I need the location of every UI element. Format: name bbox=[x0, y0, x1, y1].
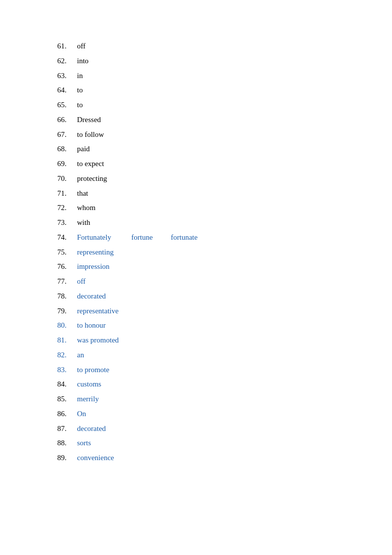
list-item: 75.representing bbox=[57, 246, 392, 259]
list-item: 84.customs bbox=[57, 378, 392, 391]
item-content: sorts bbox=[77, 436, 91, 450]
list-item: 81.was promoted bbox=[57, 334, 392, 347]
item-number: 64. bbox=[57, 84, 77, 97]
item-content: On bbox=[77, 407, 86, 421]
list-item: 78.decorated bbox=[57, 290, 392, 303]
list-item: 73.with bbox=[57, 216, 392, 230]
item-content: decorated bbox=[77, 422, 106, 436]
list-item: 74.Fortunatelyfortunefortunate bbox=[57, 231, 392, 245]
item-number: 68. bbox=[57, 142, 77, 156]
item-number: 81. bbox=[57, 334, 77, 347]
item-number: 62. bbox=[57, 54, 77, 68]
list-item: 62.into bbox=[57, 54, 392, 68]
list-item: 70.protecting bbox=[57, 172, 392, 186]
answer-list: 61.off62.into63.in64.to65.to66.Dressed67… bbox=[57, 40, 392, 465]
list-item: 64.to bbox=[57, 84, 392, 97]
item-content: protecting bbox=[77, 172, 107, 186]
list-item: 87.decorated bbox=[57, 422, 392, 436]
list-item: 77.off bbox=[57, 275, 392, 289]
item-content: representative bbox=[77, 304, 118, 318]
item-content: off bbox=[77, 275, 85, 289]
item-number: 79. bbox=[57, 304, 77, 318]
item-content: to follow bbox=[77, 128, 104, 142]
item-number: 85. bbox=[57, 392, 77, 406]
item-content: an bbox=[77, 348, 84, 362]
item-number: 84. bbox=[57, 378, 77, 391]
item-content: with bbox=[77, 216, 90, 230]
item-content: was promoted bbox=[77, 334, 119, 347]
item-content: to expect bbox=[77, 157, 104, 171]
list-item: 80.to honour bbox=[57, 319, 392, 333]
list-item: 66.Dressed bbox=[57, 113, 392, 127]
item-content: decorated bbox=[77, 290, 106, 303]
item-number: 65. bbox=[57, 98, 77, 112]
item-content: representing bbox=[77, 246, 114, 259]
item-number: 67. bbox=[57, 128, 77, 142]
item-content: paid bbox=[77, 142, 90, 156]
item-number: 73. bbox=[57, 216, 77, 230]
item-number: 71. bbox=[57, 187, 77, 201]
item-number: 87. bbox=[57, 422, 77, 436]
item-content: off bbox=[77, 40, 85, 53]
list-item: 61.off bbox=[57, 40, 392, 53]
item-number: 63. bbox=[57, 69, 77, 83]
item-number: 88. bbox=[57, 436, 77, 450]
list-item: 65.to bbox=[57, 98, 392, 112]
list-item: 67.to follow bbox=[57, 128, 392, 142]
item-number: 77. bbox=[57, 275, 77, 289]
item-number: 66. bbox=[57, 113, 77, 127]
item-content: Dressed bbox=[77, 113, 101, 127]
item-number: 82. bbox=[57, 348, 77, 362]
list-item: 71.that bbox=[57, 187, 392, 201]
item-content: to bbox=[77, 84, 83, 97]
item-content: that bbox=[77, 187, 88, 201]
list-item: 69.to expect bbox=[57, 157, 392, 171]
item-content: to promote bbox=[77, 363, 109, 377]
item-content: to bbox=[77, 98, 83, 112]
item-number: 61. bbox=[57, 40, 77, 53]
list-item: 89.convenience bbox=[57, 451, 392, 465]
item-number: 78. bbox=[57, 290, 77, 303]
item-number: 72. bbox=[57, 201, 77, 215]
list-item: 63.in bbox=[57, 69, 392, 83]
list-item: 88.sorts bbox=[57, 436, 392, 450]
item-content: merrily bbox=[77, 392, 99, 406]
item-content: Fortunatelyfortunefortunate bbox=[77, 231, 197, 245]
item-number: 76. bbox=[57, 260, 77, 274]
list-item: 68.paid bbox=[57, 142, 392, 156]
item-number: 89. bbox=[57, 451, 77, 465]
item-number: 70. bbox=[57, 172, 77, 186]
list-item: 83.to promote bbox=[57, 363, 392, 377]
item-number: 83. bbox=[57, 363, 77, 377]
list-item: 72.whom bbox=[57, 201, 392, 215]
item-content: customs bbox=[77, 378, 101, 391]
item-content: into bbox=[77, 54, 88, 68]
item-number: 69. bbox=[57, 157, 77, 171]
list-item: 85.merrily bbox=[57, 392, 392, 406]
item-content: impression bbox=[77, 260, 110, 274]
list-item: 82.an bbox=[57, 348, 392, 362]
item-number: 74. bbox=[57, 231, 77, 245]
item-number: 80. bbox=[57, 319, 77, 333]
item-content: in bbox=[77, 69, 83, 83]
list-item: 76.impression bbox=[57, 260, 392, 274]
item-number: 75. bbox=[57, 246, 77, 259]
item-content: whom bbox=[77, 201, 96, 215]
item-content: convenience bbox=[77, 451, 114, 465]
list-item: 86.On bbox=[57, 407, 392, 421]
item-number: 86. bbox=[57, 407, 77, 421]
item-content: to honour bbox=[77, 319, 106, 333]
list-item: 79.representative bbox=[57, 304, 392, 318]
